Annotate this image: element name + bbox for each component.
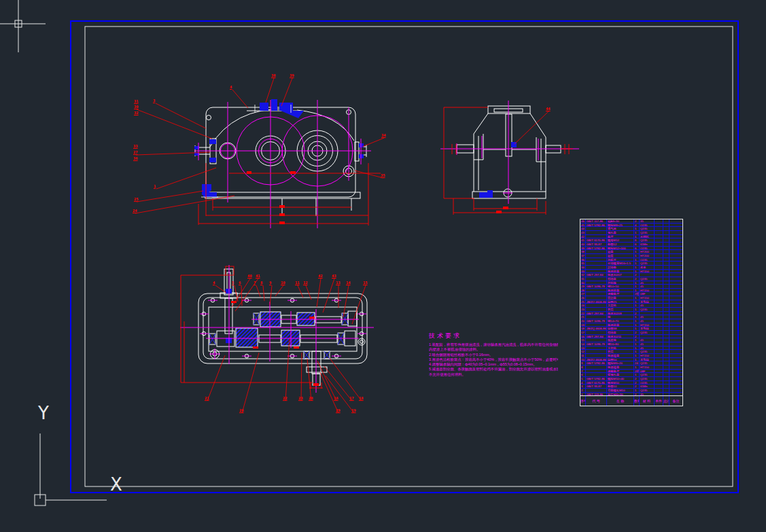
balloon-callout-44[interactable]: 44: [546, 107, 551, 111]
parts-table-header-cell: 总计: [663, 396, 669, 406]
balloon-callout-29[interactable]: 29: [336, 408, 341, 412]
balloon-callout-38[interactable]: 38: [271, 73, 276, 77]
balloon-callout-25[interactable]: 25: [134, 197, 139, 201]
balloon-callout-23[interactable]: 23: [298, 396, 303, 400]
section-view[interactable]: [180, 265, 374, 393]
tech-requirement-line: 2.啮合侧隙用铅丝检验不小于0.16mm。: [429, 353, 558, 357]
parts-table-header-cell: 单件: [655, 396, 663, 406]
tech-requirements-lines: 1.装配前，所有零件用煤油清洗，滚动轴承用汽油清洗，机体内不许有任何杂物存在。 …: [429, 342, 558, 377]
balloon-callout-4[interactable]: 4: [213, 281, 215, 285]
balloon-callout-10[interactable]: 10: [281, 281, 285, 285]
balloon-callout-43[interactable]: 43: [332, 274, 336, 278]
balloon-callout-24[interactable]: 24: [133, 209, 137, 213]
balloon-callout-21[interactable]: 21: [205, 396, 209, 400]
balloon-callout-1[interactable]: 1: [154, 184, 156, 188]
crosshair-cursor: [0, 0, 46, 52]
balloon-callout-28[interactable]: 28: [309, 396, 313, 400]
tech-requirement-line: 5.减速器剖分面、各接触面及密封处均不许漏油，剖分面允许涂以密封油漆或水玻璃，: [429, 367, 558, 372]
parts-table-header-cell: 名 称: [607, 396, 634, 406]
balloon-callout-3[interactable]: 3: [153, 99, 155, 103]
tech-requirements-title: 技术要求: [429, 332, 558, 340]
balloon-callout-12[interactable]: 12: [303, 281, 308, 285]
balloon-callout-33[interactable]: 33: [133, 144, 138, 148]
parts-table-header-cell: 备注: [669, 396, 682, 406]
balloon-callout-18[interactable]: 18: [359, 396, 364, 400]
cad-viewport[interactable]: Y X 技术要求 1.装配前，所有零件用煤油清洗，滚动轴承用汽油清洗，机体内不许…: [0, 0, 766, 532]
balloon-callout-17[interactable]: 17: [349, 396, 354, 400]
parts-table-header-cell: 材 料: [640, 396, 655, 406]
parts-table-header-cell: 数量: [634, 396, 640, 406]
balloon-callout-22[interactable]: 22: [283, 396, 288, 400]
ucs-x-label: X: [110, 476, 122, 493]
parts-table-header-row[interactable]: 序号代 号名 称数量材 料单件总计备注: [580, 395, 682, 406]
technical-requirements[interactable]: 技术要求 1.装配前，所有零件用煤油清洗，滚动轴承用汽油清洗，机体内不许有任何杂…: [429, 332, 558, 377]
balloon-callout-16[interactable]: 16: [334, 396, 338, 400]
tech-requirement-line: 4.调整轴承轴向间隙：ф40为0.05~0.1mm，ф55为0.08~0.15m…: [429, 362, 558, 367]
balloon-callout-13[interactable]: 13: [336, 281, 341, 285]
balloon-callout-42[interactable]: 42: [318, 274, 323, 278]
balloon-callout-32[interactable]: 32: [134, 111, 139, 115]
balloon-callout-35[interactable]: 35: [381, 173, 385, 177]
balloon-callout-15[interactable]: 15: [363, 281, 368, 285]
balloon-callout-11[interactable]: 11: [295, 281, 300, 285]
centerlines: [194, 100, 371, 228]
parts-list-table[interactable]: 46GB/T 117-86销A8×3023545GB/T 5782-86螺栓M8…: [580, 219, 683, 406]
balloon-callout-4[interactable]: 4: [230, 85, 232, 89]
balloon-callout-14[interactable]: 14: [346, 281, 351, 285]
balloon-callout-31[interactable]: 31: [134, 99, 139, 103]
balloon-callout-6[interactable]: 6: [239, 281, 241, 285]
tech-requirement-line: 不允许使用任何填料。: [429, 372, 558, 377]
balloon-callout-5[interactable]: 5: [232, 281, 234, 285]
balloon-callout-27[interactable]: 27: [133, 150, 138, 154]
balloon-callout-9[interactable]: 9: [269, 281, 271, 285]
balloon-callout-40[interactable]: 40: [247, 274, 252, 278]
balloon-callout-34[interactable]: 34: [381, 133, 386, 137]
parts-table-header-cell: 代 号: [586, 396, 607, 406]
tech-requirement-line: 1.装配前，所有零件用煤油清洗，滚动轴承用汽油清洗，机体内不许有任何杂物存在。: [429, 342, 558, 347]
tech-requirement-line: 内壁涂上不被机油侵蚀的涂料。: [429, 347, 558, 352]
balloon-callout-19[interactable]: 19: [351, 408, 356, 412]
front-view[interactable]: [194, 99, 381, 228]
balloon-callout-7[interactable]: 7: [254, 281, 256, 285]
balloon-callout-39[interactable]: 39: [290, 73, 294, 77]
balloon-callout-41[interactable]: 41: [256, 274, 260, 278]
balloon-callout-30[interactable]: 30: [134, 105, 139, 109]
parts-table-header-cell: 序号: [580, 396, 586, 406]
balloon-callout-36[interactable]: 36: [133, 156, 138, 160]
ucs-y-label: Y: [38, 404, 49, 422]
side-view[interactable]: [440, 101, 579, 215]
balloon-callout-8[interactable]: 8: [260, 281, 262, 285]
tech-requirement-line: 3.用涂色法检验斑点：按齿高不小于40%，按齿长接触斑点不小于50%，必要时可研…: [429, 357, 558, 362]
balloon-callout-26[interactable]: 26: [239, 408, 244, 412]
